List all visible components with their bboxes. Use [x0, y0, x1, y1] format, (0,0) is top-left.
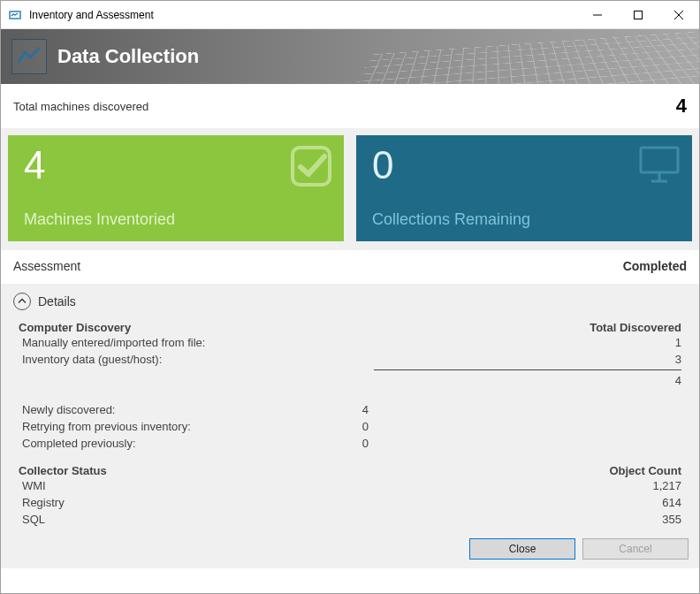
- inventoried-count: 4: [24, 146, 330, 185]
- discovery-row-label: Inventory data (guest/host):: [19, 351, 257, 368]
- total-discovered-heading: Total Discovered: [374, 321, 681, 334]
- assessment-label: Assessment: [13, 259, 623, 273]
- chevron-up-icon: [18, 297, 27, 306]
- status-row-label: Retrying from previous inventory:: [19, 418, 257, 435]
- total-value: 4: [676, 95, 687, 118]
- total-row: Total machines discovered 4: [1, 84, 699, 128]
- assessment-row: Assessment Completed: [1, 250, 699, 284]
- divider: [374, 369, 681, 370]
- details-area: Details Computer Discovery Total Discove…: [1, 284, 699, 531]
- collector-row-value: 614: [374, 494, 681, 511]
- total-label: Total machines discovered: [13, 100, 676, 113]
- banner-grid-decor: [330, 32, 699, 84]
- remaining-label: Collections Remaining: [372, 210, 678, 229]
- svg-rect-7: [641, 148, 678, 172]
- app-icon: [8, 8, 22, 22]
- summary-cards: 4 Machines Inventoried 0 Collections Rem…: [1, 128, 699, 250]
- banner-title: Data Collection: [57, 45, 199, 68]
- chart-icon: [11, 39, 47, 74]
- collector-row-label: WMI: [19, 477, 257, 494]
- collector-row-label: Registry: [19, 494, 257, 511]
- monitor-icon: [637, 144, 681, 189]
- details-toggle[interactable]: [13, 293, 31, 310]
- collector-row-label: SQL: [19, 511, 257, 528]
- window-close-button[interactable]: [658, 1, 699, 28]
- assessment-status: Completed: [623, 259, 687, 273]
- button-bar: Close Cancel: [1, 531, 699, 568]
- cancel-button: Cancel: [582, 538, 689, 560]
- window-title: Inventory and Assessment: [29, 9, 577, 21]
- object-count-heading: Object Count: [374, 464, 681, 477]
- titlebar: Inventory and Assessment: [1, 1, 699, 29]
- collector-heading: Collector Status: [19, 464, 257, 477]
- status-row-label: Newly discovered:: [19, 401, 257, 418]
- status-row-value: 4: [262, 401, 369, 418]
- collector-row-value: 1,217: [374, 477, 681, 494]
- details-label: Details: [38, 294, 76, 308]
- card-remaining: 0 Collections Remaining: [356, 135, 692, 241]
- checkbox-icon: [289, 144, 333, 191]
- discovery-heading: Computer Discovery: [19, 321, 257, 334]
- discovery-row-value: 1: [374, 334, 681, 351]
- details-header: Details: [13, 293, 687, 310]
- remaining-count: 0: [372, 146, 678, 185]
- banner: Data Collection: [1, 29, 699, 84]
- inventoried-label: Machines Inventoried: [24, 210, 330, 229]
- status-row-value: 0: [262, 418, 369, 435]
- close-button[interactable]: Close: [469, 538, 575, 560]
- card-inventoried: 4 Machines Inventoried: [8, 135, 344, 241]
- discovery-row-label: Manually entered/imported from file:: [19, 334, 257, 351]
- collector-row-value: 355: [374, 511, 681, 528]
- svg-rect-3: [635, 11, 643, 19]
- window-maximize-button[interactable]: [618, 1, 658, 28]
- status-row-value: 0: [262, 435, 369, 452]
- details-grid: Computer Discovery Total Discovered Manu…: [13, 321, 687, 528]
- discovery-row-value: 3: [374, 351, 681, 368]
- window-minimize-button[interactable]: [577, 1, 618, 28]
- status-row-label: Completed previously:: [19, 435, 257, 452]
- discovery-total: 4: [374, 372, 681, 389]
